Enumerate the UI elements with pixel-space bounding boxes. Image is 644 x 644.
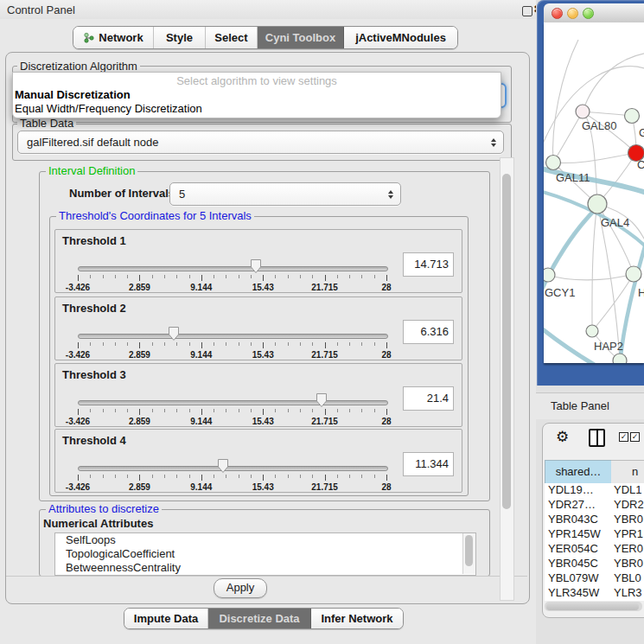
slider-thumb[interactable] xyxy=(168,326,180,341)
network-node[interactable] xyxy=(626,266,641,282)
button-bar-separator xyxy=(6,576,527,577)
tick-mark xyxy=(312,275,313,278)
slider-thumb[interactable] xyxy=(250,258,262,274)
tick-label: 2.859 xyxy=(115,350,163,360)
tick-mark xyxy=(300,275,301,278)
tab-cyni-toolbox[interactable]: Cyni Toolbox xyxy=(258,27,344,48)
threshold-4-value-field[interactable]: 11.344 xyxy=(403,452,454,476)
network-node-label: C xyxy=(637,158,644,171)
tab-jactivemnodules[interactable]: jActiveMNodules xyxy=(344,27,457,48)
tab-infer-network[interactable]: Infer Network xyxy=(311,609,403,628)
network-node[interactable] xyxy=(586,325,598,337)
threshold-1-slider[interactable]: -3.4262.8599.14415.4321.71528 xyxy=(55,256,401,292)
slider-track[interactable] xyxy=(78,466,388,471)
tick-mark xyxy=(127,342,128,346)
tick-mark xyxy=(189,409,190,412)
node-table[interactable]: YDL19…YDL1 YDR27…YDR2 YBR043CYBR0 YPR145… xyxy=(545,483,644,601)
gear-icon[interactable]: ⚙ xyxy=(556,428,569,445)
table-row[interactable]: YPR145WYPR1 xyxy=(545,527,644,542)
network-node[interactable] xyxy=(544,268,555,282)
threshold-4-slider[interactable]: -3.4262.8599.14415.4321.71528 xyxy=(55,456,401,492)
table-row[interactable]: YLR345WYLR3 xyxy=(545,586,644,601)
network-node[interactable] xyxy=(625,109,640,124)
column-header-shared[interactable]: shared… xyxy=(545,460,612,484)
network-edge[interactable] xyxy=(553,40,578,163)
apply-button[interactable]: Apply xyxy=(214,578,267,598)
tick-mark xyxy=(349,342,350,346)
list-scrollbar-thumb[interactable] xyxy=(465,535,473,566)
table-row[interactable]: YDL19…YDL1 xyxy=(545,483,644,498)
tab-discretize-data[interactable]: Discretize Data xyxy=(208,609,311,628)
thresholds-group-label: Threshold's Coordinates for 5 Intervals xyxy=(56,210,254,222)
column-header-name[interactable]: n xyxy=(611,460,644,484)
tab-select[interactable]: Select xyxy=(206,27,258,48)
list-item-selfloops[interactable]: SelfLoops xyxy=(55,533,475,547)
table-data-combo[interactable]: galFiltered.sif default node xyxy=(17,131,504,154)
threshold-4-label: Threshold 4 xyxy=(62,434,126,447)
table-row[interactable]: YDR27…YDR2 xyxy=(545,498,644,513)
tick-mark xyxy=(275,275,276,278)
network-node[interactable] xyxy=(588,194,607,214)
slider-thumb[interactable] xyxy=(316,392,328,408)
float-window-icon[interactable] xyxy=(522,6,532,16)
network-edge[interactable] xyxy=(548,274,634,280)
slider-track[interactable] xyxy=(78,400,388,405)
network-edge[interactable] xyxy=(553,112,583,163)
popup-prompt: Select algorithm to view settings xyxy=(13,74,501,87)
list-item-betweennesscentrality[interactable]: BetweennessCentrality xyxy=(55,561,475,575)
network-edge-highlighted[interactable] xyxy=(544,207,597,295)
number-of-intervals-combo[interactable]: 5 xyxy=(169,182,401,206)
tick-mark xyxy=(176,475,177,478)
table-row[interactable]: YBL079WYBL0 xyxy=(545,571,644,586)
mac-close-button[interactable] xyxy=(552,8,563,19)
slider-track[interactable] xyxy=(78,266,388,271)
popup-item-manual-discretization[interactable]: Manual Discretization xyxy=(15,88,131,101)
threshold-3-slider[interactable]: -3.4262.8599.14415.4321.71528 xyxy=(55,390,401,426)
tick-mark xyxy=(325,342,326,348)
table-row[interactable]: YBR045CYBR0 xyxy=(545,557,644,571)
table-row[interactable]: YER054CYER0 xyxy=(545,542,644,557)
panel-scrollbar-thumb[interactable] xyxy=(502,174,511,509)
tick-mark xyxy=(300,475,301,478)
tick-mark xyxy=(312,409,313,412)
threshold-2-slider[interactable]: -3.4262.8599.14415.4321.71528 xyxy=(55,323,401,360)
list-item-topologicalcoefficient[interactable]: TopologicalCoefficient xyxy=(55,547,475,561)
mac-minimize-button[interactable] xyxy=(567,8,578,19)
network-node-label: GAL80 xyxy=(582,119,616,132)
numerical-attributes-list[interactable]: SelfLoops TopologicalCoefficient Between… xyxy=(54,532,476,576)
network-edge[interactable] xyxy=(592,204,597,331)
tab-impute-data[interactable]: Impute Data xyxy=(124,609,208,628)
mac-zoom-button[interactable] xyxy=(583,8,594,19)
tab-network[interactable]: Network xyxy=(73,27,154,48)
panel-scrollbar[interactable] xyxy=(500,157,514,601)
column-layout-icon[interactable] xyxy=(589,429,605,447)
tick-mark xyxy=(152,475,153,478)
network-edge[interactable] xyxy=(583,53,644,112)
tick-mark xyxy=(164,475,165,478)
network-node[interactable] xyxy=(576,105,590,118)
tab-style[interactable]: Style xyxy=(154,27,206,48)
checkbox-icon[interactable]: ✓ xyxy=(619,432,628,442)
tick-label: 21.715 xyxy=(301,417,349,426)
list-scrollbar[interactable] xyxy=(462,533,475,574)
table-row[interactable]: YBR043CYBR0 xyxy=(545,513,644,527)
table-hscrollbar-thumb[interactable] xyxy=(546,603,639,610)
slider-thumb[interactable] xyxy=(217,458,229,474)
tick-mark xyxy=(152,342,153,346)
network-node[interactable] xyxy=(546,156,561,170)
slider-track[interactable] xyxy=(78,334,388,339)
network-canvas[interactable]: GAL80GACGAL11GAL4GCY1HHAP2 xyxy=(544,22,644,363)
tick-mark xyxy=(103,342,104,346)
tick-label: 21.715 xyxy=(301,482,349,492)
tick-label: 28 xyxy=(362,283,411,292)
network-edge[interactable] xyxy=(597,204,634,274)
popup-item-equal-width-frequency[interactable]: Equal Width/Frequency Discretization xyxy=(15,102,202,115)
tick-mark xyxy=(239,475,239,478)
network-node[interactable] xyxy=(613,354,627,363)
tick-mark xyxy=(251,409,252,412)
tick-mark xyxy=(349,275,350,278)
checkbox-icon[interactable]: ✓ xyxy=(630,432,640,442)
threshold-2-value-field[interactable]: 6.316 xyxy=(403,320,454,344)
threshold-1-value-field[interactable]: 14.713 xyxy=(403,252,454,277)
threshold-3-value-field[interactable]: 21.4 xyxy=(403,386,454,411)
